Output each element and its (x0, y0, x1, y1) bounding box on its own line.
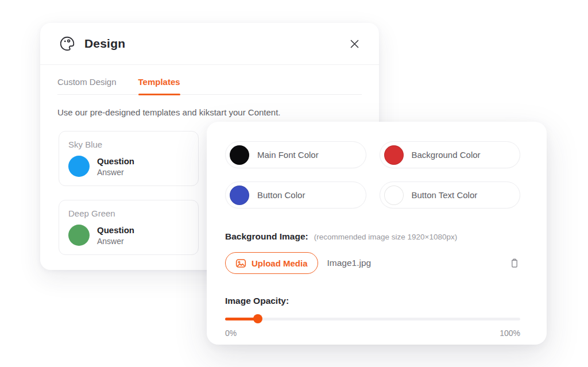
template-color-swatch (68, 156, 90, 177)
main-font-color-swatch (230, 145, 249, 165)
image-opacity-label: Image Opacity: (225, 296, 520, 306)
background-color-swatch (384, 145, 404, 165)
button-color-picker[interactable]: Button Color (225, 181, 366, 208)
tab-bar: Custom Design Templates (57, 77, 362, 95)
button-text-color-swatch (384, 186, 404, 205)
upload-media-label: Upload Media (252, 258, 308, 268)
template-color-swatch (68, 225, 90, 246)
button-color-swatch (230, 186, 249, 205)
header-divider (40, 64, 379, 65)
close-icon[interactable] (347, 36, 362, 51)
dialog-title: Design (84, 37, 125, 51)
slider-max-label: 100% (500, 329, 520, 338)
upload-media-button[interactable]: Upload Media (225, 252, 318, 274)
color-option-label: Background Color (412, 150, 481, 160)
slider-range-labels: 0% 100% (225, 329, 520, 338)
upload-row: Upload Media Image1.jpg (225, 252, 520, 274)
template-question-label: Question (97, 225, 134, 235)
template-name: Sky Blue (68, 140, 189, 149)
background-image-row: Background Image: (recommended image siz… (225, 231, 520, 242)
trash-icon (509, 257, 520, 269)
delete-image-button[interactable] (509, 257, 520, 269)
dialog-header: Design (40, 23, 379, 64)
tab-custom-design[interactable]: Custom Design (57, 77, 117, 94)
background-color-picker[interactable]: Background Color (380, 141, 521, 168)
uploaded-file-name: Image1.jpg (327, 258, 372, 268)
button-text-color-picker[interactable]: Button Text Color (380, 181, 521, 208)
color-option-label: Main Font Color (257, 150, 319, 160)
template-name: Deep Green (68, 208, 189, 218)
color-option-label: Button Text Color (412, 190, 478, 200)
tab-templates[interactable]: Templates (138, 77, 180, 94)
template-answer-label: Answer (97, 168, 134, 177)
main-font-color-picker[interactable]: Main Font Color (225, 141, 366, 168)
slider-min-label: 0% (225, 329, 237, 338)
image-opacity-slider[interactable] (225, 314, 520, 323)
template-settings-panel: Main Font Color Background Color Button … (207, 122, 547, 345)
slider-track[interactable] (225, 318, 520, 320)
template-answer-label: Answer (97, 237, 134, 246)
templates-description: Use our pre-designed templates and kikst… (57, 107, 362, 117)
color-options-grid: Main Font Color Background Color Button … (225, 141, 520, 208)
background-image-note: (recommended image size 1920×1080px) (314, 233, 458, 241)
palette-icon (57, 34, 77, 53)
background-image-label: Background Image: (225, 231, 308, 242)
template-card-sky-blue[interactable]: Sky Blue Question Answer (59, 131, 199, 186)
image-icon (235, 258, 246, 269)
slider-fill (225, 318, 258, 320)
template-card-deep-green[interactable]: Deep Green Question Answer (59, 200, 199, 255)
color-option-label: Button Color (257, 190, 305, 200)
slider-thumb[interactable] (253, 314, 262, 323)
template-question-label: Question (97, 156, 134, 166)
